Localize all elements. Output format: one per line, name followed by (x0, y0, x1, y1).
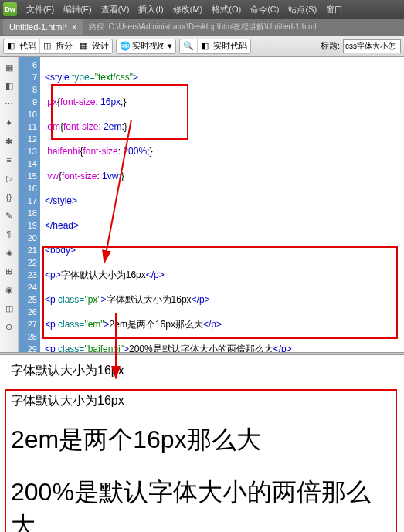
editor-area: ▦ ◧ ⋯ ✦ ✱ ≡ ▷ {} ✎ ¶ ◈ ⊞ ◉ ◫ ⊙ 678910111… (0, 57, 404, 352)
side-tool[interactable]: ◈ (2, 246, 16, 259)
live-code-button[interactable]: ◧实时代码 (198, 39, 250, 53)
side-tool[interactable]: ¶ (2, 227, 16, 241)
live-code-icon: ◧ (201, 41, 212, 52)
design-icon: ▦ (80, 41, 90, 52)
side-tool[interactable]: ▦ (2, 60, 16, 74)
side-tool[interactable]: ◫ (2, 301, 16, 315)
globe-icon: 🌐 (120, 41, 131, 52)
tabbar: Untitled-1.html* × 路径: C:\Users\Administ… (0, 19, 404, 36)
menubar: Dw 文件(F) 编辑(E) 查看(V) 插入(I) 修改(M) 格式(O) 命… (0, 0, 404, 19)
tab-name: Untitled-1.html* (9, 22, 67, 32)
menu-view[interactable]: 查看(V) (97, 4, 134, 15)
preview-text-percent: 200%是默认字体大小的两倍那么大 (11, 476, 393, 532)
app-logo: Dw (3, 2, 17, 16)
line-gutter: 6789101112131415161718192021222324252627… (19, 57, 40, 352)
inspect-icon: 🔍 (183, 41, 194, 52)
path-bar: 路径: C:\Users\Administrator\Desktop\html教… (83, 22, 404, 32)
code-icon: ◧ (7, 41, 18, 52)
title-label: 标题: (321, 40, 340, 52)
preview-pane: 字体默认大小为16px 字体默认大小为16px 2em是两个16px那么大 20… (0, 355, 404, 532)
menu-modify[interactable]: 修改(M) (168, 4, 208, 15)
inspect-button[interactable]: 🔍 (180, 39, 198, 53)
menu-file[interactable]: 文件(F) (22, 4, 59, 15)
code-view-button[interactable]: ◧代码 (4, 39, 40, 53)
side-toolbar: ▦ ◧ ⋯ ✦ ✱ ≡ ▷ {} ✎ ¶ ◈ ⊞ ◉ ◫ ⊙ (0, 57, 19, 352)
side-tool[interactable]: ✎ (2, 208, 16, 222)
side-tool[interactable]: ◉ (2, 283, 16, 296)
menu-site[interactable]: 站点(S) (283, 4, 321, 15)
preview-text-em: 2em是两个16px那么大 (11, 423, 393, 457)
path-label: 路径: (89, 22, 107, 31)
toolbar: ◧代码 ◫拆分 ▦设计 🌐实时视图▾ 🔍 ◧实时代码 标题: (0, 36, 404, 57)
side-tool[interactable]: ≡ (2, 153, 16, 167)
live-view-button[interactable]: 🌐实时视图▾ (117, 39, 175, 53)
menu-edit[interactable]: 编辑(E) (59, 4, 97, 15)
side-tool[interactable]: ⋯ (2, 97, 16, 111)
side-tool[interactable]: ✦ (2, 116, 16, 130)
tab-close-icon[interactable]: × (72, 23, 76, 32)
code-editor[interactable]: <style type="text/css"> .px{font-size: 1… (40, 57, 404, 352)
side-tool[interactable]: ▷ (2, 171, 16, 185)
path-value: C:\Users\Administrator\Desktop\html教程讲解\… (109, 22, 317, 31)
side-tool[interactable]: {} (2, 190, 16, 204)
menu-command[interactable]: 命令(C) (246, 4, 283, 15)
menu-window[interactable]: 窗口 (321, 4, 348, 15)
document-tab[interactable]: Untitled-1.html* × (3, 19, 83, 35)
title-input[interactable] (343, 39, 401, 53)
chevron-down-icon: ▾ (168, 41, 172, 51)
side-tool[interactable]: ✱ (2, 134, 16, 148)
side-tool[interactable]: ⊙ (2, 320, 16, 334)
design-view-button[interactable]: ▦设计 (76, 39, 112, 53)
side-tool[interactable]: ⊞ (2, 264, 16, 278)
split-view-button[interactable]: ◫拆分 (40, 39, 76, 53)
menu-format[interactable]: 格式(O) (207, 4, 246, 15)
split-icon: ◫ (43, 41, 54, 52)
menu-insert[interactable]: 插入(I) (134, 4, 168, 15)
side-tool[interactable]: ◧ (2, 79, 16, 93)
preview-text-px: 字体默认大小为16px (11, 393, 393, 409)
preview-text-default: 字体默认大小为16px (11, 363, 393, 379)
